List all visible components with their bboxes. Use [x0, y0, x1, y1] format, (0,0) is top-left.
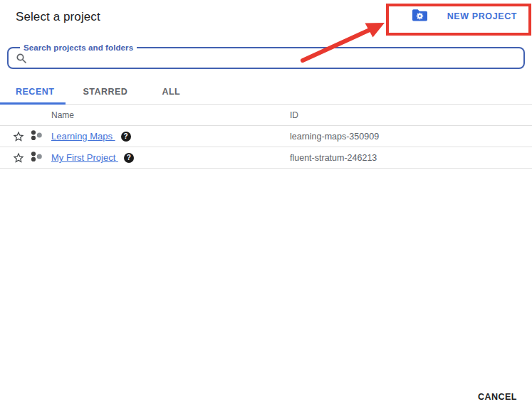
search-icon: [16, 53, 27, 64]
dialog-title: Select a project: [16, 10, 100, 24]
project-dots-icon: [30, 129, 43, 144]
new-project-button-label: NEW PROJECT: [447, 11, 517, 21]
tab-starred[interactable]: STARRED: [66, 81, 145, 105]
new-project-folder-gear-icon: [412, 9, 428, 24]
select-project-dialog: Select a project NEW PR: [0, 0, 532, 414]
search-field-label: Search projects and folders: [20, 43, 137, 53]
table-header-row: Name ID: [0, 105, 532, 126]
table-row[interactable]: Learning Maps ? learning-maps-350909: [0, 126, 532, 147]
star-toggle-icon[interactable]: [12, 152, 25, 164]
projects-table: Name ID Learning Maps: [0, 105, 532, 169]
project-dots-icon: [30, 150, 43, 166]
project-id: fluent-stratum-246213: [290, 153, 532, 163]
project-link[interactable]: My First Project: [51, 152, 118, 163]
help-icon[interactable]: ?: [121, 132, 131, 142]
tab-all[interactable]: ALL: [145, 81, 197, 105]
table-row[interactable]: My First Project ? fluent-stratum-246213: [0, 147, 532, 169]
search-input[interactable]: [31, 53, 518, 63]
help-icon[interactable]: ?: [124, 153, 134, 163]
cancel-button[interactable]: CANCEL: [478, 392, 517, 402]
project-link[interactable]: Learning Maps: [51, 131, 115, 142]
column-header-id: ID: [290, 110, 532, 120]
tab-bar: RECENT STARRED ALL: [0, 81, 532, 105]
project-id: learning-maps-350909: [290, 132, 532, 142]
star-toggle-icon[interactable]: [12, 130, 25, 143]
search-field[interactable]: Search projects and folders: [7, 47, 525, 69]
tab-recent[interactable]: RECENT: [0, 81, 66, 105]
new-project-button[interactable]: NEW PROJECT: [412, 9, 517, 24]
column-header-name: Name: [51, 110, 290, 120]
